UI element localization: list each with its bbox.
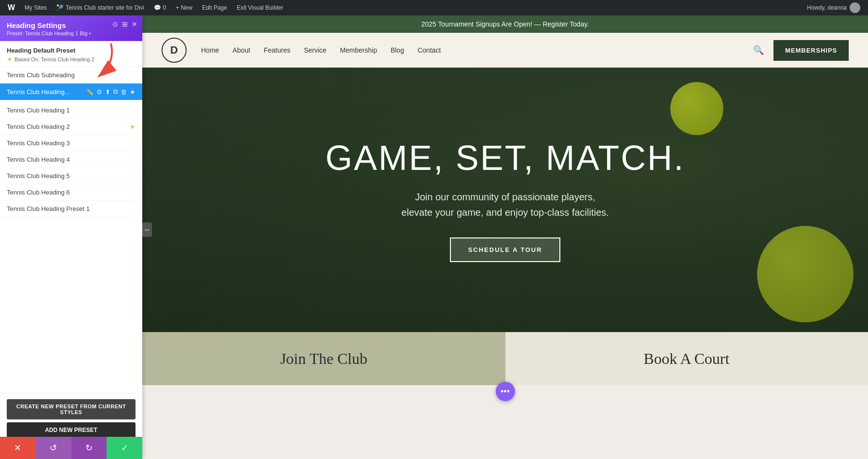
default-preset-based: ★ Based On: Tennis Club Heading 2 — [7, 56, 136, 63]
join-club-card[interactable]: Join The Club — [142, 332, 505, 385]
upload-preset-icon[interactable]: ⬆ — [105, 88, 110, 96]
hero-subtext-1: Join our community of passionate players… — [415, 189, 596, 205]
preset-star-2: ★ — [130, 123, 136, 130]
search-icon[interactable]: 🔍 — [753, 45, 764, 56]
preset-label-4: Tennis Club Heading 4 — [7, 156, 70, 163]
new-content-button[interactable]: + New — [172, 0, 196, 15]
comment-icon: 💬 — [154, 4, 161, 11]
wordpress-icon: W — [8, 3, 15, 12]
preset-label-7: Tennis Club Heading Preset 1 — [7, 205, 90, 212]
subheading-preset-item[interactable]: Tennis Club Subheading — [0, 67, 142, 83]
delete-preset-icon[interactable]: 🗑 — [121, 88, 127, 96]
based-on-label: Based On: Tennis Club Heading 2 — [14, 56, 95, 62]
redo-button[interactable]: ↻ — [71, 437, 107, 459]
panel-header-icons: ⊙ ⊞ ✕ — [112, 20, 137, 28]
comments-link[interactable]: 💬 0 — [150, 0, 170, 15]
preset-label-2: Tennis Club Heading 2 — [7, 123, 70, 130]
admin-bar-right: Howdy, deanna — [803, 2, 865, 13]
hero-subtext-2: elevate your game, and enjoy top-class f… — [401, 205, 609, 220]
preset-label-3: Tennis Club Heading 3 — [7, 139, 70, 147]
nav-blog[interactable]: Blog — [391, 46, 404, 54]
book-court-card[interactable]: Book A Court — [505, 332, 868, 385]
announcement-bar: 2025 Tournament Signups Are Open! — Regi… — [142, 15, 868, 33]
join-club-label: Join The Club — [280, 350, 367, 368]
subheading-label: Tennis Club Subheading — [7, 71, 75, 79]
schedule-tour-button[interactable]: SCHEDULE A TOUR — [450, 237, 561, 262]
memberships-button[interactable]: MEMBERSHIPS — [773, 40, 849, 61]
site-logo: D — [162, 38, 187, 63]
comment-count: 0 — [163, 4, 166, 11]
my-sites-label: My Sites — [25, 4, 47, 11]
panel-copy-icon[interactable]: ⊙ — [112, 20, 118, 28]
wp-logo[interactable]: W — [4, 0, 19, 15]
site-name-label: Tennis Club starter site for Divi — [66, 4, 144, 11]
tennis-ball-bottom — [757, 226, 854, 322]
active-preset-label: Tennis Club Heading... — [7, 88, 70, 96]
edit-page-label: Edit Page — [202, 4, 227, 11]
preset-label-1: Tennis Club Heading 1 — [7, 107, 70, 114]
preset-item-5[interactable]: Tennis Club Heading 5 — [0, 168, 142, 184]
howdy-text: Howdy, deanna — [803, 2, 865, 13]
default-preset-section: Heading Default Preset ★ Based On: Tenni… — [0, 41, 142, 67]
edit-page-button[interactable]: Edit Page — [198, 0, 231, 15]
bottom-toolbar: ✕ ↺ ↻ ✓ — [0, 437, 142, 459]
add-preset-button[interactable]: ADD NEW PRESET — [7, 422, 136, 438]
nav-membership[interactable]: Membership — [340, 46, 377, 54]
nav-service[interactable]: Service — [304, 46, 326, 54]
preset-label-5: Tennis Club Heading 5 — [7, 172, 70, 180]
settings-preset-icon[interactable]: ⚙ — [96, 88, 102, 96]
cancel-button[interactable]: ✕ — [0, 437, 36, 459]
create-preset-button[interactable]: CREATE NEW PRESET FROM CURRENT STYLES — [7, 399, 136, 419]
book-court-label: Book A Court — [644, 350, 730, 368]
preset-item-4[interactable]: Tennis Club Heading 4 — [0, 152, 142, 168]
preset-item-1[interactable]: Tennis Club Heading 1 — [0, 102, 142, 119]
heading-settings-panel: Heading Settings Preset: Tennis Club Hea… — [0, 15, 142, 459]
panel-header: Heading Settings Preset: Tennis Club Hea… — [0, 15, 142, 41]
preset-label-6: Tennis Club Heading 6 — [7, 189, 70, 196]
active-preset-item[interactable]: Tennis Club Heading... ✏️ ⚙ ⬆ ⧉ 🗑 ★ — [0, 83, 142, 100]
nav-links: Home About Features Service Membership B… — [201, 46, 753, 54]
new-label: + New — [176, 4, 192, 11]
tennis-icon: 🎾 — [56, 4, 64, 11]
panel-subtitle: Preset: Tennis Club Heading 1 Big • — [7, 30, 136, 36]
exit-builder-label: Exit Visual Builder — [237, 4, 284, 11]
preset-list: Tennis Club Heading 1 Tennis Club Headin… — [0, 100, 142, 219]
panel-grid-icon[interactable]: ⊞ — [122, 20, 128, 28]
preset-item-2[interactable]: Tennis Club Heading 2 ★ — [0, 119, 142, 135]
nav-features[interactable]: Features — [264, 46, 290, 54]
floating-action-button[interactable]: ••• — [496, 382, 515, 401]
preset-item-3[interactable]: Tennis Club Heading 3 — [0, 135, 142, 152]
howdy-label: Howdy, deanna — [807, 4, 847, 11]
announcement-text: 2025 Tournament Signups Are Open! — Regi… — [421, 20, 589, 28]
preset-item-7[interactable]: Tennis Club Heading Preset 1 — [0, 201, 142, 217]
site-navigation: D Home About Features Service Membership… — [142, 33, 868, 68]
nav-contact[interactable]: Contact — [418, 46, 441, 54]
avatar — [850, 2, 860, 13]
nav-about[interactable]: About — [232, 46, 250, 54]
bottom-cards: Join The Club Book A Court — [142, 332, 868, 385]
main-site: 2025 Tournament Signups Are Open! — Regi… — [142, 15, 868, 459]
default-preset-title: Heading Default Preset — [7, 47, 136, 54]
undo-button[interactable]: ↺ — [36, 437, 71, 459]
panel-content: Heading Default Preset ★ Based On: Tenni… — [0, 41, 142, 393]
star-preset-icon[interactable]: ★ — [130, 88, 136, 96]
copy-preset-icon[interactable]: ⧉ — [113, 88, 118, 96]
preset-item-6[interactable]: Tennis Club Heading 6 — [0, 184, 142, 201]
preset-actions: ✏️ ⚙ ⬆ ⧉ 🗑 ★ — [86, 88, 136, 96]
logo-letter: D — [170, 44, 178, 56]
hero-headline: GAME, SET, MATCH. — [326, 138, 685, 178]
edit-preset-icon[interactable]: ✏️ — [86, 88, 94, 96]
resize-handle[interactable]: ↔ — [142, 223, 152, 237]
save-button[interactable]: ✓ — [107, 437, 142, 459]
nav-home[interactable]: Home — [201, 46, 219, 54]
tennis-ball-top — [670, 82, 723, 135]
hero-section: GAME, SET, MATCH. Join our community of … — [142, 68, 868, 332]
my-sites-menu[interactable]: My Sites — [21, 0, 51, 15]
admin-bar: W My Sites 🎾 Tennis Club starter site fo… — [0, 0, 868, 15]
panel-close-icon[interactable]: ✕ — [132, 20, 137, 28]
star-icon: ★ — [7, 56, 13, 63]
exit-builder-button[interactable]: Exit Visual Builder — [233, 0, 287, 15]
site-name-link[interactable]: 🎾 Tennis Club starter site for Divi — [53, 0, 148, 15]
